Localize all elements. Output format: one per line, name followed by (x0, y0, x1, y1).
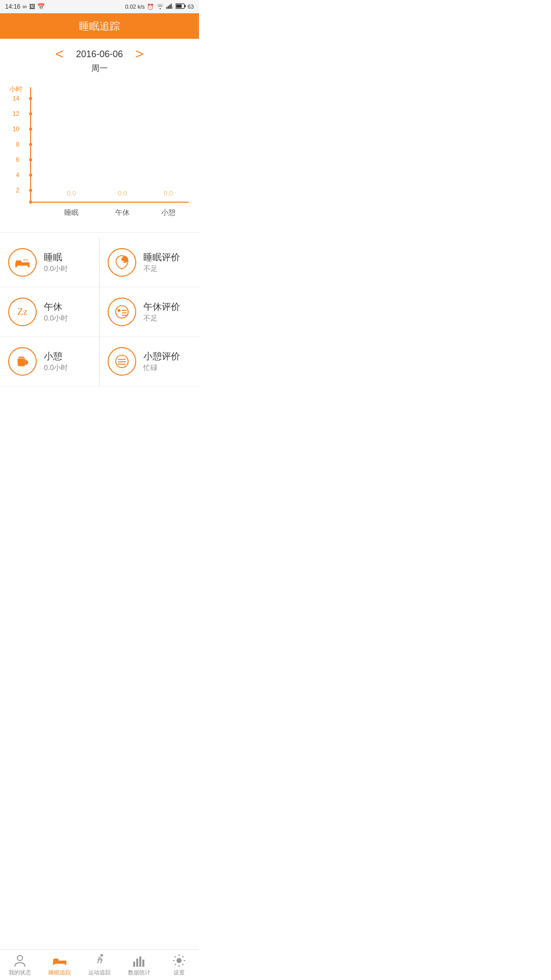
time: 14:16 (5, 3, 20, 10)
svg-rect-2 (169, 5, 170, 9)
svg-point-22 (29, 174, 32, 177)
svg-text:睡眠: 睡眠 (64, 208, 79, 216)
sleep-icon-circle (8, 248, 37, 277)
svg-point-18 (29, 143, 32, 146)
svg-text:午休: 午休 (115, 208, 130, 216)
svg-text:0.0: 0.0 (67, 189, 76, 197)
svg-point-24 (29, 189, 32, 192)
status-right: 0.02 k/s ⏰ (125, 3, 194, 10)
sleep-rating-value: 不足 (143, 264, 180, 274)
svg-rect-35 (28, 265, 30, 267)
svg-text:4: 4 (16, 172, 19, 179)
svg-rect-0 (166, 7, 167, 9)
rest-rating-value: 忙碌 (143, 363, 180, 373)
sleep-rating-icon-circle (108, 248, 136, 277)
rest-rating-icon-circle (108, 347, 136, 376)
svg-rect-46 (19, 357, 24, 358)
svg-text:12: 12 (13, 110, 20, 117)
svg-point-14 (29, 112, 32, 115)
rest-value: 0.0小时 (44, 363, 68, 373)
rest-icon-circle (8, 347, 37, 376)
header-title: 睡眠追踪 (79, 19, 120, 33)
svg-point-20 (29, 158, 32, 161)
current-date: 2016-06-06 (76, 49, 123, 60)
status-bar: 14:16 ∞ 🖼 📅 0.02 k/s ⏰ (0, 0, 199, 13)
app-header: 睡眠追踪 (0, 13, 199, 39)
svg-point-12 (29, 97, 32, 100)
svg-text:10: 10 (13, 126, 20, 133)
svg-text:14: 14 (13, 95, 20, 102)
alarm-icon: ⏰ (147, 4, 154, 10)
rest-card[interactable]: 小憩 0.0小时 (0, 337, 99, 386)
rest-info: 小憩 0.0小时 (44, 350, 68, 373)
date-navigation: < 2016-06-06 > 周一 (0, 39, 199, 77)
nap-label: 午休 (44, 301, 68, 313)
svg-rect-3 (170, 4, 171, 9)
signal-icon (166, 3, 173, 10)
nap-rating-card[interactable]: 午休评价 不足 (99, 287, 199, 337)
svg-text:Zz: Zz (17, 306, 28, 317)
sleep-label: 睡眠 (44, 251, 68, 263)
rest-rating-label: 小憩评价 (143, 350, 180, 362)
next-date-button[interactable]: > (131, 46, 147, 62)
nap-card[interactable]: Zz 午休 0.0小时 (0, 287, 99, 337)
svg-point-42 (118, 309, 121, 312)
svg-text:小时: 小时 (9, 85, 22, 93)
nap-icon-circle: Zz (8, 298, 37, 326)
sleep-value: 0.0小时 (44, 264, 68, 274)
sleep-card[interactable]: 睡眠 0.0小时 (0, 238, 99, 287)
nap-rating-label: 午休评价 (143, 301, 180, 313)
svg-point-25 (29, 201, 32, 204)
rest-rating-card[interactable]: 小憩评价 忙碌 (99, 337, 199, 386)
network-speed: 0.02 k/s (125, 4, 145, 10)
sleep-info: 睡眠 0.0小时 (44, 251, 68, 274)
battery-icon (176, 3, 186, 10)
svg-text:8: 8 (16, 141, 19, 148)
sleep-rating-info: 睡眠评价 不足 (143, 251, 180, 274)
svg-rect-33 (16, 260, 21, 263)
svg-text:6: 6 (16, 156, 19, 163)
nap-rating-icon-circle (108, 298, 136, 326)
svg-text:0.0: 0.0 (118, 189, 127, 197)
nap-rating-value: 不足 (143, 314, 180, 323)
svg-text:0.0: 0.0 (164, 189, 173, 197)
nap-info: 午休 0.0小时 (44, 301, 68, 323)
svg-rect-7 (176, 5, 182, 8)
svg-rect-34 (15, 265, 17, 267)
nap-rating-info: 午休评价 不足 (143, 301, 180, 323)
wifi-icon (156, 3, 164, 10)
sleep-rating-card[interactable]: 睡眠评价 不足 (99, 238, 199, 287)
svg-rect-1 (168, 6, 169, 9)
svg-point-41 (116, 306, 128, 318)
sleep-rating-label: 睡眠评价 (143, 251, 180, 263)
svg-rect-6 (184, 5, 186, 7)
sleep-chart: 小时 14 12 10 8 6 4 2 (0, 77, 199, 232)
stats-grid: 睡眠 0.0小时 睡眠评价 不足 (0, 232, 199, 391)
infinity-icon: ∞ (22, 3, 27, 10)
svg-text:小憩: 小憩 (161, 208, 176, 216)
calendar-icon: 📅 (37, 3, 45, 10)
rest-label: 小憩 (44, 350, 68, 362)
status-left: 14:16 ∞ 🖼 📅 (5, 3, 45, 10)
image-icon: 🖼 (29, 3, 35, 10)
prev-date-button[interactable]: < (52, 46, 68, 62)
rest-rating-info: 小憩评价 忙碌 (143, 350, 180, 373)
nap-value: 0.0小时 (44, 314, 68, 323)
svg-rect-4 (172, 6, 173, 9)
svg-point-16 (29, 128, 32, 131)
weekday-label: 周一 (91, 63, 108, 74)
battery-percent: 63 (188, 4, 194, 10)
svg-text:2: 2 (16, 187, 19, 194)
